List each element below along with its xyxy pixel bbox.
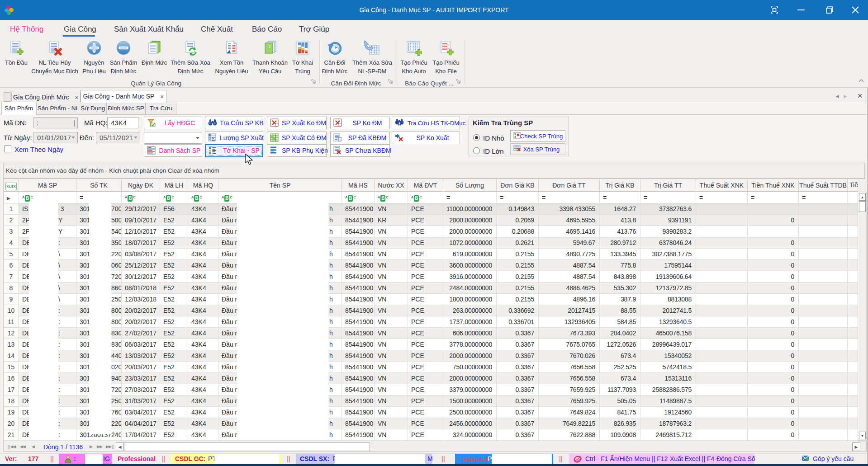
- svg-text:ID: ID: [398, 124, 402, 127]
- svg-text:Σ: Σ: [212, 136, 215, 141]
- svg-text:1: 1: [269, 44, 271, 49]
